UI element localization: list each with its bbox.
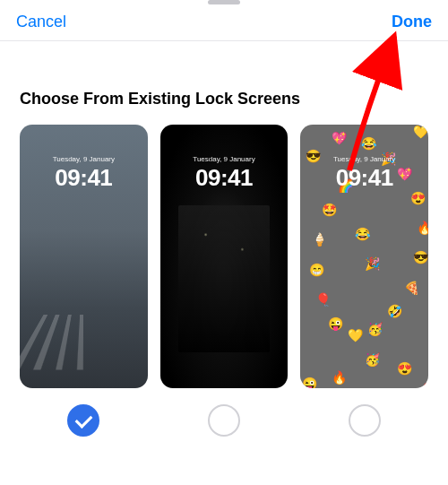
select-radio-2[interactable] xyxy=(208,404,240,437)
lock-screen-time: 09:41 xyxy=(300,164,428,192)
lock-screen-time: 09:41 xyxy=(20,164,148,192)
lock-screen-option-1[interactable]: Tuesday, 9 January 09:41 xyxy=(20,125,148,388)
lock-screen-date: Tuesday, 9 January xyxy=(160,155,289,163)
lock-screen-option-2[interactable]: Tuesday, 9 January 09:41 xyxy=(160,125,289,388)
lock-screen-time: 09:41 xyxy=(160,164,289,192)
cancel-button[interactable]: Cancel xyxy=(16,13,66,31)
lock-screen-date: Tuesday, 9 January xyxy=(20,155,148,163)
section-title: Choose From Existing Lock Screens xyxy=(0,41,448,125)
selection-row xyxy=(0,388,448,437)
lock-screens-list: Tuesday, 9 January 09:41 Tuesday, 9 Janu… xyxy=(0,125,448,388)
select-radio-3[interactable] xyxy=(349,404,381,437)
navigation-bar: Cancel Done xyxy=(0,0,448,41)
sheet-grabber-icon[interactable] xyxy=(208,0,240,4)
done-button[interactable]: Done xyxy=(392,13,432,31)
select-radio-1[interactable] xyxy=(67,404,99,437)
lock-screen-option-3[interactable]: 😂🎉 💖😍 🔥😎 🍕🤣 🥳💛 😜🎈 😁🍦 🤩🌈 😂🎉 💖😍 🔥😎 🥳💛 😜🎈 T… xyxy=(300,125,428,388)
lock-screen-date: Tuesday, 9 January xyxy=(300,155,428,163)
